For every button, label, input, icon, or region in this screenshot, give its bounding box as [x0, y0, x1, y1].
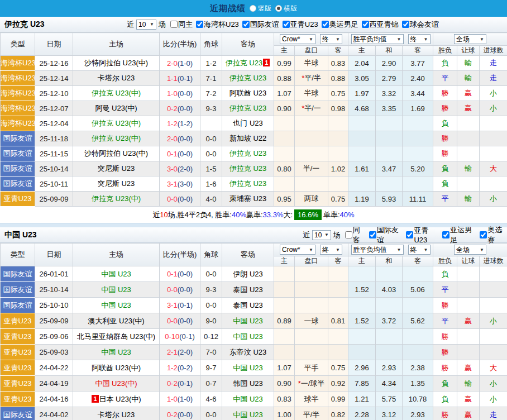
filter-checkbox[interactable] [196, 21, 203, 28]
recent-count-select[interactable]: 10▼ [312, 230, 331, 240]
score-cell[interactable]: 1-2(1-2) [160, 116, 200, 131]
team-name[interactable]: 中国 U23 [233, 332, 262, 341]
home-team-cell[interactable]: 卡塔尔 U23 [73, 407, 160, 420]
team-name[interactable]: 中国 U23(中) [95, 379, 137, 388]
home-team-cell[interactable]: 卡塔尔 U23 [73, 71, 160, 86]
away-team-cell[interactable]: 阿联酋 U23 [222, 86, 274, 101]
score-cell[interactable]: 2-1(2-0) [160, 345, 200, 360]
home-team-cell[interactable]: 沙特阿拉伯 U23(中) [73, 56, 160, 71]
radio-label[interactable]: 竖版 [258, 4, 271, 13]
away-team-cell[interactable]: 伊拉克 U23 [222, 101, 274, 116]
filter-option[interactable]: 亚青U23 [283, 20, 318, 30]
team-name[interactable]: 卡塔尔 U23 [98, 74, 135, 82]
filter-checkbox[interactable] [402, 21, 409, 28]
home-team-cell[interactable]: 突尼斯 U23 [73, 176, 160, 192]
team-name[interactable]: 突尼斯 U23 [98, 164, 135, 173]
home-team-cell[interactable]: 阿联酋 U23(中) [73, 360, 160, 376]
radio-selected-icon[interactable] [275, 5, 282, 12]
away-team-cell[interactable]: 韩国 U23 [222, 376, 274, 392]
filter-checkbox[interactable] [283, 21, 290, 28]
filter-option[interactable]: 西亚青锦 [362, 20, 399, 30]
radio-label[interactable]: 横版 [284, 4, 297, 13]
home-team-cell[interactable]: 中国 U23(中) [73, 376, 160, 392]
filter-checkbox[interactable] [480, 231, 487, 238]
score-cell[interactable]: 0-2(0-0) [160, 101, 200, 116]
filter-option[interactable]: 同客 [345, 225, 366, 245]
score-cell[interactable]: 1-1(0-1) [160, 71, 200, 86]
crow-select[interactable]: Crow*▼ [280, 34, 315, 44]
filter-option[interactable]: 奥选赛 [480, 225, 507, 245]
home-team-cell[interactable]: 中国 U23 [73, 345, 160, 360]
score-cell[interactable]: 0-1(0-0) [160, 266, 200, 282]
home-team-cell[interactable]: 阿曼 U23(中) [73, 101, 160, 116]
filter-option[interactable]: 同主 [170, 20, 193, 30]
final-select[interactable]: 终▼ [408, 245, 431, 255]
away-team-cell[interactable]: 泰国 U23 [222, 298, 274, 313]
home-team-cell[interactable]: 北马里亚纳群岛 U23(中) [73, 329, 160, 345]
team-name[interactable]: 沙特阿拉伯 U23(中) [84, 59, 148, 67]
score-cell[interactable]: 1-0(0-0) [160, 86, 200, 101]
team-name[interactable]: 伊拉克 U23(中) [92, 119, 141, 127]
score-cell[interactable]: 3-1(3-0) [160, 176, 200, 192]
team-name[interactable]: 伊拉克 U23 [226, 59, 262, 67]
home-team-cell[interactable]: 中国 U23 [73, 282, 160, 298]
away-team-cell[interactable]: 伊拉克 U23 [222, 146, 274, 161]
away-team-cell[interactable]: 伊拉克 U23 [222, 71, 274, 86]
away-team-cell[interactable]: 柬埔寨 U23 [222, 192, 274, 207]
away-team-cell[interactable]: 中国 U23 [222, 407, 274, 420]
team-name[interactable]: 卡塔尔 U23 [98, 411, 135, 419]
layout-radio-vertical[interactable]: 竖版 [250, 4, 271, 13]
team-name[interactable]: 中国 U23 [101, 348, 131, 356]
team-name[interactable]: 中国 U23 [101, 285, 131, 294]
team-name[interactable]: 突尼斯 U23 [98, 179, 135, 188]
away-team-cell[interactable]: 伊拉克 U23 [222, 161, 274, 176]
score-cell[interactable]: 2-0(0-0) [160, 131, 200, 146]
filter-checkbox[interactable] [170, 21, 178, 28]
away-team-cell[interactable]: 中国 U23 [222, 360, 274, 376]
team-name[interactable]: 伊拉克 U23(中) [92, 134, 141, 142]
home-team-cell[interactable]: 中国 U23 [73, 298, 160, 313]
filter-option[interactable]: 海湾杯U23 [196, 20, 239, 30]
home-team-cell[interactable]: 沙特阿拉伯 U23(中) [73, 146, 160, 161]
team-name[interactable]: 也门 U23 [233, 119, 262, 127]
score-cell[interactable]: 0-0(0-0) [160, 282, 200, 298]
team-name[interactable]: 澳大利亚 U23(中) [88, 317, 144, 325]
team-name[interactable]: 伊拉克 U23 [229, 104, 266, 112]
team-name[interactable]: 中国 U23 [101, 270, 131, 278]
score-cell[interactable]: 3-0(2-0) [160, 161, 200, 176]
away-team-cell[interactable]: 中国 U23 [222, 392, 274, 407]
filter-checkbox[interactable] [322, 21, 329, 28]
team-name[interactable]: 阿曼 U23(中) [95, 104, 137, 112]
home-team-cell[interactable]: 伊拉克 U23(中) [73, 116, 160, 131]
away-team-cell[interactable]: 中国 U23 [222, 313, 274, 329]
filter-option[interactable]: 国际友谊 [242, 20, 279, 30]
team-name[interactable]: 伊拉克 U23 [229, 179, 266, 188]
away-team-cell[interactable]: 也门 U23 [222, 116, 274, 131]
team-name[interactable]: 泰国 U23 [233, 301, 262, 309]
home-team-cell[interactable]: 1日本 U23(中) [73, 392, 160, 407]
away-team-cell[interactable]: 东帝汶 U23 [222, 345, 274, 360]
layout-radio-horizontal[interactable]: 横版 [275, 4, 297, 13]
filter-checkbox[interactable] [362, 21, 369, 28]
team-name[interactable]: 伊拉克 U23(中) [92, 194, 141, 203]
filter-checkbox[interactable] [406, 231, 413, 238]
away-team-cell[interactable]: 泰国 U23 [222, 282, 274, 298]
score-cell[interactable]: 0-0(0-0) [160, 313, 200, 329]
crow-select[interactable]: Crow*▼ [280, 245, 315, 255]
team-name[interactable]: 北马里亚纳群岛 U23(中) [77, 332, 155, 341]
score-cell[interactable]: 1-0(1-0) [160, 392, 200, 407]
filter-checkbox[interactable] [369, 231, 376, 238]
away-team-cell[interactable]: 伊朗 U23 [222, 266, 274, 282]
team-name[interactable]: 新加坡 U22 [229, 134, 266, 142]
team-name[interactable]: 柬埔寨 U23 [229, 194, 266, 203]
avg-select[interactable]: 胜平负均值▼ [351, 245, 404, 255]
fulltime-select[interactable]: 全场▼ [454, 245, 486, 255]
team-name[interactable]: 中国 U23 [233, 395, 262, 403]
home-team-cell[interactable]: 突尼斯 U23 [73, 161, 160, 176]
fulltime-select[interactable]: 全场▼ [454, 34, 486, 44]
filter-option[interactable]: 国际友谊 [369, 225, 403, 245]
home-team-cell[interactable]: 澳大利亚 U23(中) [73, 313, 160, 329]
home-team-cell[interactable]: 伊拉克 U23(中) [73, 192, 160, 207]
score-cell[interactable]: 3-1(0-1) [160, 298, 200, 313]
team-name[interactable]: 中国 U23 [101, 301, 131, 309]
